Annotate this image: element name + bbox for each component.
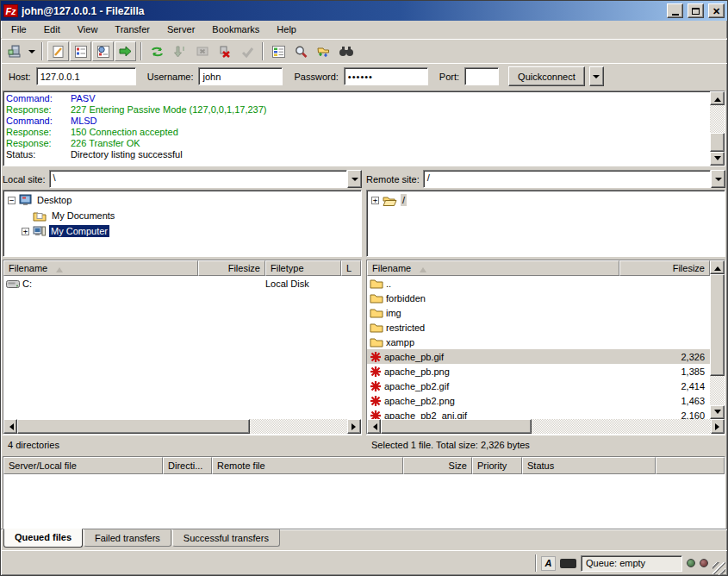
close-button[interactable]: ✕ — [708, 3, 725, 18]
refresh-button[interactable] — [146, 41, 168, 61]
column-size[interactable]: Size — [403, 457, 472, 474]
file-row[interactable]: apache_pb2.gif 2,414 — [367, 379, 710, 393]
password-input[interactable] — [344, 67, 428, 85]
column-direction[interactable]: Directi... — [163, 457, 212, 474]
column-filesize[interactable]: Filesize — [619, 260, 710, 276]
username-input[interactable] — [198, 67, 283, 85]
menu-view[interactable]: View — [69, 22, 107, 37]
remote-site-value[interactable]: / — [423, 170, 711, 188]
dir-row[interactable]: forbidden — [367, 291, 710, 305]
disconnect-button[interactable] — [214, 41, 235, 61]
local-site-dropdown[interactable] — [347, 170, 362, 188]
site-manager-dropdown[interactable] — [26, 41, 37, 61]
cancel-button[interactable] — [191, 41, 213, 61]
local-site-combo[interactable]: \ — [49, 170, 362, 188]
scrollbar-thumb[interactable] — [710, 133, 725, 152]
scroll-down-button[interactable] — [710, 152, 725, 166]
log-vertical-scrollbar[interactable] — [710, 91, 725, 166]
column-status[interactable]: Status — [522, 457, 656, 474]
scroll-right-button[interactable] — [347, 419, 361, 434]
tree-item-my-documents[interactable]: My Documents — [3, 208, 361, 223]
quickconnect-dropdown[interactable] — [589, 66, 604, 86]
column-filename[interactable]: Filename — [3, 260, 198, 276]
file-row-c-drive[interactable]: C: Local Disk — [3, 276, 361, 291]
tab-failed-transfers[interactable]: Failed transfers — [84, 529, 171, 547]
column-filename[interactable]: Filename — [367, 260, 619, 276]
toggle-message-log-button[interactable] — [47, 41, 69, 61]
file-row[interactable]: apache_pb2_ani.gif 2,160 — [367, 408, 710, 419]
dir-row[interactable]: .. — [367, 276, 710, 291]
port-input[interactable] — [464, 67, 499, 85]
resize-grip[interactable] — [712, 562, 725, 575]
column-priority[interactable]: Priority — [472, 457, 522, 474]
process-queue-button[interactable] — [169, 41, 190, 61]
arrow-right-icon — [352, 423, 359, 430]
tree-item-my-computer[interactable]: + My Computer — [3, 223, 361, 239]
dir-row[interactable]: xampp — [367, 335, 710, 349]
menu-file[interactable]: File — [3, 22, 35, 37]
remote-vertical-scrollbar[interactable] — [710, 260, 725, 419]
scroll-left-button[interactable] — [3, 419, 17, 434]
tab-queued-files[interactable]: Queued files — [3, 529, 83, 548]
toolbar-separator — [262, 42, 264, 60]
scroll-right-button[interactable] — [711, 419, 725, 434]
filter-button[interactable] — [268, 41, 289, 61]
expand-icon[interactable]: + — [371, 197, 379, 204]
transfer-type-indicator-icon[interactable]: A — [541, 556, 556, 571]
image-file-icon — [370, 410, 382, 420]
file-row-selected[interactable]: apache_pb.gif 2,326 — [367, 349, 710, 364]
expand-icon[interactable]: + — [22, 228, 29, 235]
column-filesize[interactable]: Filesize — [198, 260, 265, 276]
column-last-modified[interactable]: L — [341, 260, 361, 276]
menu-bookmarks[interactable]: Bookmarks — [203, 22, 268, 37]
toggle-remote-tree-button[interactable] — [92, 41, 114, 61]
synchronized-browsing-button[interactable] — [313, 41, 334, 61]
scroll-up-button[interactable] — [710, 91, 725, 105]
file-type: Local Disk — [265, 279, 341, 289]
menu-help[interactable]: Help — [268, 22, 305, 37]
tree-item-root[interactable]: + / — [367, 192, 725, 208]
local-site-value[interactable]: \ — [49, 170, 347, 188]
local-pane: Local site: \ − Desktop — [3, 170, 362, 454]
scroll-up-button[interactable] — [710, 260, 725, 274]
queue-tabs: Queued files Failed transfers Successful… — [1, 529, 727, 550]
find-files-button[interactable] — [335, 41, 357, 61]
scrollbar-thumb[interactable] — [17, 419, 250, 434]
minimize-button[interactable] — [667, 3, 683, 18]
collapse-icon[interactable]: − — [8, 197, 16, 204]
column-filetype[interactable]: Filetype — [265, 260, 341, 276]
column-remote-file[interactable]: Remote file — [212, 457, 403, 474]
tree-item-desktop[interactable]: − Desktop — [3, 192, 361, 208]
quickconnect-button[interactable]: Quickconnect — [508, 66, 585, 86]
scroll-down-button[interactable] — [710, 405, 725, 419]
column-server-local-file[interactable]: Server/Local file — [3, 457, 163, 474]
scrollbar-thumb[interactable] — [381, 419, 532, 434]
tab-successful-transfers[interactable]: Successful transfers — [172, 529, 280, 547]
receive-indicator-led — [687, 559, 695, 567]
remote-horizontal-scrollbar[interactable] — [367, 419, 725, 434]
directory-comparison-button[interactable] — [290, 41, 312, 61]
menu-transfer[interactable]: Transfer — [106, 22, 159, 37]
remote-site-dropdown[interactable] — [711, 170, 725, 188]
local-horizontal-scrollbar[interactable] — [3, 419, 361, 434]
maximize-button[interactable] — [688, 3, 704, 18]
site-manager-button[interactable] — [3, 41, 25, 61]
remote-site-bar: Remote site: / — [366, 170, 725, 188]
chevron-down-icon — [352, 178, 358, 185]
speedlimit-icon[interactable] — [560, 559, 576, 568]
toggle-local-tree-button[interactable] — [70, 41, 91, 61]
dir-name: xampp — [386, 337, 414, 347]
scroll-left-button[interactable] — [367, 419, 381, 434]
toggle-transfer-queue-button[interactable] — [115, 41, 136, 61]
remote-tree: + / — [366, 190, 725, 257]
menu-edit[interactable]: Edit — [35, 22, 69, 37]
file-row[interactable]: apache_pb.png 1,385 — [367, 364, 710, 379]
menu-server[interactable]: Server — [159, 22, 203, 37]
file-row[interactable]: apache_pb2.png 1,463 — [367, 393, 710, 408]
scrollbar-thumb[interactable] — [710, 274, 725, 376]
dir-row[interactable]: img — [367, 305, 710, 320]
dir-row[interactable]: restricted — [367, 320, 710, 335]
host-input[interactable] — [36, 67, 136, 85]
reconnect-button[interactable] — [236, 41, 258, 61]
remote-site-combo[interactable]: / — [423, 170, 725, 188]
